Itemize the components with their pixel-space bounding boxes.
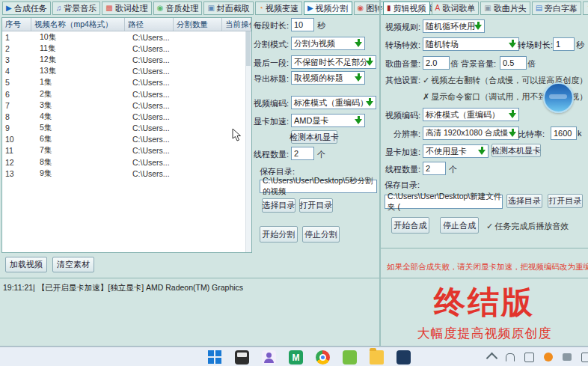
toolbar-tab[interactable]: ◉ 音质处理: [153, 1, 203, 15]
export-title-select[interactable]: 取视频的标题: [291, 71, 365, 85]
check-icon: ✓: [423, 76, 429, 85]
col-header-path[interactable]: 路径: [125, 18, 174, 31]
video-rule-select[interactable]: 随机循环使用: [423, 19, 485, 33]
tray-network-icon[interactable]: [563, 353, 572, 361]
table-row[interactable]: 6 2集 C:\Users...: [2, 88, 251, 100]
toolbar-tab[interactable]: ▩ 歌词处理: [102, 1, 151, 15]
start-split-button[interactable]: 开始分割: [260, 226, 298, 243]
table-row[interactable]: 5 1集 C:\Users...: [2, 77, 251, 88]
toolbar-tab[interactable]: ▶ 合成任务: [2, 1, 51, 15]
load-videos-button[interactable]: 加载视频: [5, 257, 47, 272]
merge-save-dir-input[interactable]: C:\Users\User\Desktop\新建文件夹 (: [385, 195, 503, 209]
check-icon: ✓: [486, 222, 493, 231]
col-header-splitcount[interactable]: 分割数量: [174, 18, 222, 31]
tray-clipboard-icon[interactable]: [524, 353, 534, 362]
dropdown-arrow-icon: [508, 109, 518, 120]
dark-app-icon[interactable]: [396, 350, 411, 365]
tab-icon: ▶: [307, 4, 313, 12]
tab-icon: ♫: [56, 4, 62, 12]
resolution-select[interactable]: 高清 1920x1080 合成慢: [423, 126, 519, 140]
thread-count-label: 线程数量:: [247, 149, 289, 160]
toolbar-tab[interactable]: ⇧ 导出标题: [583, 1, 588, 15]
stop-split-button[interactable]: 停止分割: [302, 226, 340, 243]
warning-note-box: 如果全部合成失败，请关闭显卡加速，把视频编码改为重编码后重试: [381, 248, 588, 278]
sound-on-finish-checkbox[interactable]: ✓任务完成后播放音效: [486, 221, 569, 232]
chrome-icon[interactable]: [316, 350, 330, 365]
floating-qq-badge[interactable]: [543, 82, 574, 113]
toolbar-tab[interactable]: ▤ 旁白字幕: [532, 1, 581, 15]
toolbar-tab[interactable]: ▶ 视频分割: [304, 1, 352, 15]
table-row[interactable]: 2 11集 C:\Users...: [2, 43, 251, 54]
cell-index: 3: [2, 55, 31, 64]
mail-app-icon[interactable]: M: [289, 350, 303, 365]
cell-path: C:\Users...: [129, 158, 177, 167]
choose-dir-button[interactable]: 选择目录: [262, 198, 295, 213]
tray-chevron-up-icon[interactable]: [486, 353, 498, 365]
toolbar-tab[interactable]: ▣ 封面截取: [203, 1, 253, 15]
bitrate-input[interactable]: 1600: [551, 126, 577, 140]
thread-count-input[interactable]: 2: [291, 147, 314, 160]
table-row[interactable]: 11 7集 C:\Users...: [2, 145, 251, 156]
last-segment-select[interactable]: 不保留时长不足部分: [291, 55, 376, 69]
transition-length-input[interactable]: 1: [553, 37, 575, 51]
table-row[interactable]: 4 13集 C:\Users...: [2, 66, 251, 77]
cell-path: C:\Users...: [129, 44, 177, 53]
video-encode-label: 视频编码:: [247, 98, 289, 109]
merge-detect-gpu-button[interactable]: 检测本机显卡: [491, 144, 541, 157]
col-header-index[interactable]: 序号: [2, 18, 31, 31]
song-volume-input[interactable]: 2.0: [423, 56, 450, 70]
tab-label: 视频变速: [266, 3, 298, 14]
windows-start-icon[interactable]: [208, 350, 222, 365]
table-row[interactable]: 10 6集 C:\Users...: [2, 134, 251, 145]
merge-thread-count-input[interactable]: 2: [423, 162, 446, 175]
merge-open-dir-button[interactable]: 打开目录: [548, 194, 583, 208]
cell-index: 7: [2, 101, 31, 110]
start-merge-button[interactable]: 开始合成: [391, 217, 429, 234]
toolbar-tab[interactable]: A 歌词歌单: [432, 1, 480, 15]
table-row[interactable]: 7 3集 C:\Users...: [2, 100, 251, 111]
merge-choose-dir-button[interactable]: 选择目录: [506, 194, 542, 208]
cell-index: 1: [2, 33, 31, 42]
toolbar-tab[interactable]: ♫ 背景音乐: [52, 1, 101, 15]
tray-bell-icon[interactable]: [506, 353, 515, 362]
stop-merge-button[interactable]: 停止合成: [440, 217, 479, 234]
cell-path: C:\Users...: [129, 90, 177, 99]
cell-name: 9集: [31, 168, 129, 179]
dropdown-arrow-icon: [477, 146, 487, 156]
save-dir-input[interactable]: C:\Users\User\Desktop\5秒分割的视频: [260, 180, 377, 193]
cell-path: C:\Users...: [129, 55, 177, 64]
cell-path: C:\Users...: [129, 33, 177, 42]
segment-duration-input[interactable]: 10: [291, 18, 314, 31]
transition-select[interactable]: 随机转场: [423, 37, 519, 51]
green-app-icon[interactable]: [343, 350, 357, 365]
tab-label: 背景音乐: [64, 3, 97, 14]
table-row[interactable]: 13 9集 C:\Users...: [2, 168, 251, 179]
toolbar-tab[interactable]: ▮ 剪辑视频: [383, 1, 430, 15]
table-row[interactable]: 3 12集 C:\Users...: [2, 54, 251, 65]
tab-icon: ▣: [484, 4, 491, 12]
contacts-app-icon[interactable]: [262, 350, 276, 365]
toolbar-tab[interactable]: ▣ 歌曲片头: [480, 1, 530, 15]
file-explorer-icon[interactable]: [235, 350, 249, 365]
table-row[interactable]: 1 10集 C:\Users...: [2, 31, 251, 43]
table-row[interactable]: 12 8集 C:\Users...: [2, 156, 251, 168]
col-header-name[interactable]: 视频名称（mp4格式）: [31, 18, 125, 31]
open-dir-button[interactable]: 打开目录: [299, 198, 333, 213]
cell-path: C:\Users...: [129, 169, 177, 178]
toolbar-tab[interactable]: ◔ 视频变速: [255, 1, 302, 15]
tray-volume-icon[interactable]: [581, 353, 588, 362]
table-row[interactable]: 9 5集 C:\Users...: [2, 123, 251, 134]
folder-icon[interactable]: [370, 350, 384, 365]
detect-gpu-button[interactable]: 检测本机显卡: [291, 130, 337, 144]
video-encode-select[interactable]: 标准模式（重编码）: [291, 96, 376, 109]
merge-encode-select[interactable]: 标准模式（重编码）: [423, 108, 519, 121]
other-settings-label: 其他设置:: [383, 75, 420, 86]
merge-gpu-select[interactable]: 不使用显卡: [423, 144, 489, 158]
tray-orange-app-icon[interactable]: [544, 353, 553, 362]
split-mode-select[interactable]: 分割为视频: [291, 37, 365, 50]
clear-materials-button[interactable]: 清空素材: [52, 257, 94, 272]
bg-volume-input[interactable]: 0.5: [500, 56, 527, 70]
video-rule-label: 视频规则:: [383, 22, 420, 33]
table-row[interactable]: 8 4集 C:\Users...: [2, 111, 251, 122]
gpu-accel-select[interactable]: AMD显卡: [291, 114, 365, 127]
